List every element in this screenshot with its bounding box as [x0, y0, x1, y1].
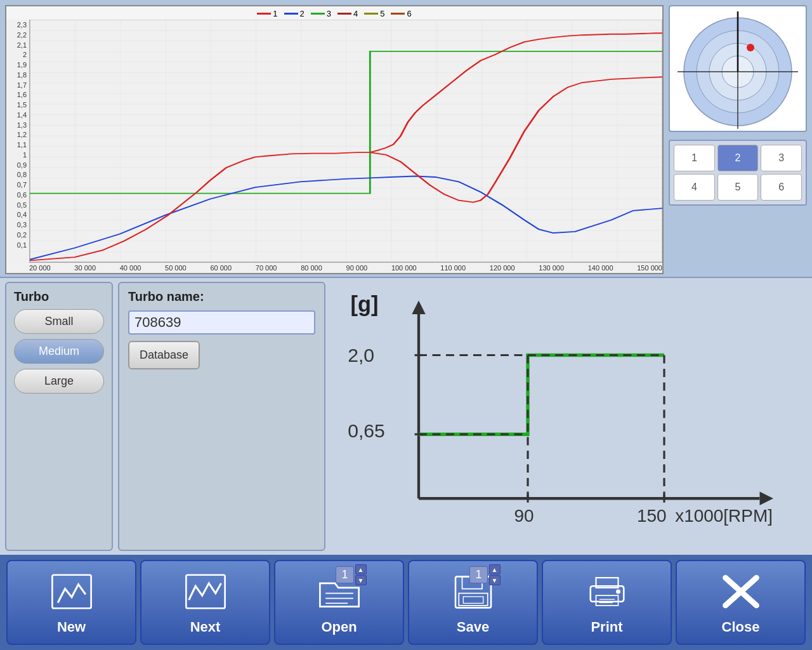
save-counter-display: 1 [469, 566, 487, 583]
x-axis: 20 000 30 000 40 000 50 000 60 000 70 00… [6, 263, 662, 273]
new-button[interactable]: New [6, 560, 136, 645]
channel-label-6: 6 [778, 182, 784, 193]
legend-item-3: 3 [311, 9, 331, 18]
channel-label-3: 3 [778, 152, 784, 164]
next-label: Next [190, 619, 221, 635]
open-counter[interactable]: 1 ▲ ▼ [336, 564, 366, 585]
turbo-medium-btn[interactable]: Medium [14, 339, 104, 364]
svg-rect-29 [52, 575, 91, 609]
svg-marker-14 [760, 491, 774, 505]
svg-point-43 [616, 590, 620, 594]
legend-item-5: 5 [364, 9, 384, 18]
open-label: Open [321, 619, 357, 635]
channel-label-4: 4 [691, 182, 697, 193]
open-counter-display: 1 [336, 566, 353, 583]
svg-text:x1000[RPM]: x1000[RPM] [675, 505, 773, 525]
y-axis: 0,1 0,2 0,3 0,4 0,5 0,6 0,7 0,8 0,9 1 1,… [6, 20, 29, 263]
close-icon [719, 569, 763, 614]
turbo-name-label: Turbo name: [128, 289, 315, 304]
legend-label-5: 5 [380, 9, 384, 18]
channel-1[interactable]: 1 [674, 145, 715, 171]
svg-text:90: 90 [514, 505, 534, 525]
save-button[interactable]: 1 ▲ ▼ Save [408, 560, 538, 645]
legend-label-6: 6 [407, 9, 411, 18]
main-chart: 1 2 3 4 5 6 [5, 5, 664, 274]
svg-rect-37 [463, 597, 483, 604]
channel-grid: 1 2 3 4 5 6 [669, 140, 807, 206]
turbo-panel: Turbo Small Medium Large [5, 282, 113, 552]
mini-chart-svg: [g] 2,0 0,65 90 150 x1000[RPM] [337, 286, 801, 548]
legend-label-2: 2 [300, 9, 304, 18]
svg-text:[g]: [g] [351, 291, 379, 315]
legend-label-3: 3 [327, 9, 331, 18]
open-counter-arrows[interactable]: ▲ ▼ [355, 564, 367, 585]
next-icon [183, 569, 228, 614]
svg-rect-0 [30, 20, 662, 262]
database-button[interactable]: Database [128, 341, 200, 369]
legend-item-2: 2 [284, 9, 304, 18]
chart-plot-area [29, 20, 662, 263]
save-counter[interactable]: 1 ▲ ▼ [469, 564, 500, 585]
print-label: Print [591, 619, 622, 635]
mini-chart-panel: [g] 2,0 0,65 90 150 x1000[RPM] [331, 282, 807, 552]
svg-text:150: 150 [637, 505, 667, 525]
turbo-small-btn[interactable]: Small [14, 309, 104, 334]
channel-6[interactable]: 6 [761, 174, 802, 201]
legend-label-1: 1 [273, 9, 277, 18]
channel-label-1: 1 [691, 152, 697, 164]
save-label: Save [457, 619, 489, 635]
chart-svg [30, 20, 662, 262]
control-section: Turbo Small Medium Large Turbo name: Dat… [0, 277, 812, 555]
channel-label-2: 2 [735, 152, 741, 164]
svg-text:0,65: 0,65 [348, 420, 385, 441]
svg-point-10 [747, 44, 754, 51]
legend-label-4: 4 [353, 9, 358, 18]
close-button[interactable]: Close [676, 560, 806, 645]
legend-item-6: 6 [391, 9, 411, 18]
channel-5[interactable]: 5 [717, 174, 759, 201]
next-button[interactable]: Next [140, 560, 270, 645]
svg-rect-40 [596, 595, 618, 606]
legend-item-1: 1 [257, 9, 277, 18]
channel-3[interactable]: 3 [761, 145, 802, 171]
polar-chart [669, 5, 807, 132]
turbo-name-panel: Turbo name: Database [118, 282, 325, 552]
open-button[interactable]: 1 ▲ ▼ Open [274, 560, 404, 645]
turbo-title: Turbo [14, 289, 104, 304]
open-counter-up[interactable]: ▲ [355, 564, 367, 574]
print-icon [585, 569, 629, 614]
new-label: New [57, 619, 86, 635]
legend-item-4: 4 [337, 9, 358, 18]
print-button[interactable]: Print [542, 560, 672, 645]
chart-body: 0,1 0,2 0,3 0,4 0,5 0,6 0,7 0,8 0,9 1 1,… [6, 20, 662, 263]
chart-legend: 1 2 3 4 5 6 [6, 6, 662, 20]
svg-marker-15 [412, 300, 426, 314]
save-counter-arrows[interactable]: ▲ ▼ [489, 564, 501, 585]
close-label: Close [722, 619, 760, 635]
new-icon [49, 569, 94, 614]
turbo-large-btn[interactable]: Large [14, 369, 104, 394]
save-counter-up[interactable]: ▲ [489, 564, 501, 574]
save-counter-down[interactable]: ▼ [489, 575, 501, 585]
toolbar: New Next 1 ▲ ▼ [0, 555, 812, 650]
channel-2[interactable]: 2 [717, 145, 759, 171]
svg-text:2,0: 2,0 [348, 345, 374, 366]
polar-svg [674, 8, 801, 129]
open-counter-down[interactable]: ▼ [355, 575, 367, 585]
channel-4[interactable]: 4 [674, 174, 715, 201]
right-panel: 1 2 3 4 5 6 [666, 0, 812, 277]
turbo-name-input[interactable] [128, 310, 315, 335]
channel-label-5: 5 [735, 182, 741, 193]
